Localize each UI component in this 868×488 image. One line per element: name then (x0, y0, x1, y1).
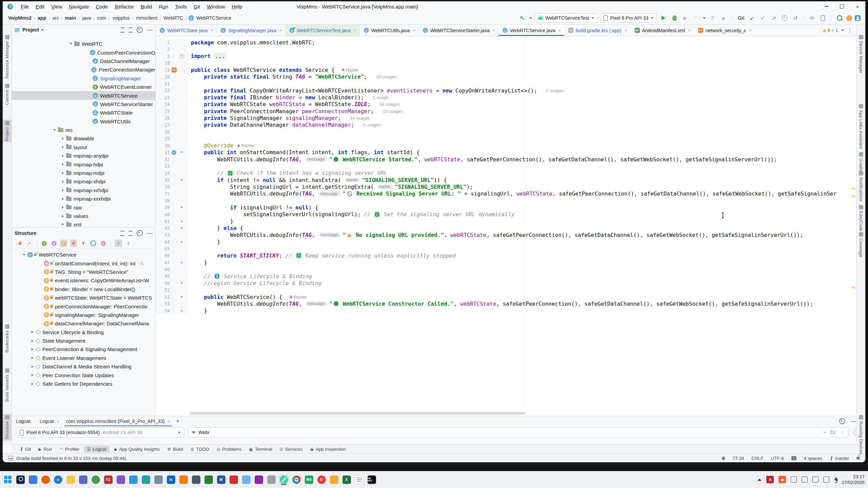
git-commit-icon[interactable]: ✓ (759, 14, 767, 22)
close-icon[interactable]: × (354, 28, 356, 33)
firefox-icon[interactable] (40, 474, 51, 485)
tray-chevron-up-icon[interactable] (757, 479, 762, 481)
fold-icon[interactable] (178, 262, 185, 263)
tree-item[interactable]: fdataChannelManager: DataChannelMana (12, 319, 155, 328)
hide-panel-icon[interactable]: — (147, 231, 153, 235)
app-icon[interactable] (329, 474, 339, 485)
tool-strip-bookmarks[interactable]: Bookmarks (3, 323, 12, 354)
rerun-dropdown-icon[interactable] (529, 17, 532, 19)
profiler-icon[interactable]: ◠ (692, 14, 700, 22)
show-fields-icon[interactable]: f (60, 240, 67, 247)
breadcrumb-item[interactable]: WebRTCService (196, 15, 232, 21)
tree-item[interactable]: cWebRTCUtils (12, 117, 155, 126)
logcat-device-select[interactable]: Pixel 8 Pro API 33 (emulator-5554) Andro… (16, 427, 184, 438)
update-available-icon[interactable]: ↑ (846, 15, 852, 21)
tree-item[interactable]: mipmap-xxxhdpi (12, 195, 155, 203)
close-icon[interactable]: × (558, 28, 561, 33)
close-icon[interactable]: × (57, 419, 59, 424)
amd-tray-icon[interactable]: A (766, 476, 774, 483)
tree-item[interactable]: mipmap-xxhdpi (12, 186, 155, 195)
app-icon[interactable] (91, 474, 101, 485)
fold-icon[interactable] (178, 241, 185, 243)
tool-strip-easycode[interactable]: EasyCode (856, 204, 865, 233)
tool-window-button-app-quality-insights[interactable]: ◆App Quality Insights (111, 446, 163, 453)
tree-item[interactable]: xml (12, 220, 155, 229)
show-inherited-icon[interactable]: I (40, 240, 48, 247)
tree-item[interactable]: cWebRTCService (12, 250, 155, 259)
tree-item[interactable]: fsignalingManager: SignalingManager (12, 311, 155, 319)
chevron-down-icon[interactable] (69, 43, 73, 45)
chevron-right-icon[interactable] (61, 215, 65, 218)
tool-window-button-services[interactable]: ⛁Services (277, 446, 306, 453)
fold-icon[interactable] (178, 227, 185, 229)
chevron-right-icon[interactable] (30, 383, 34, 385)
logcat-tab[interactable]: com.voipplus.mmsclient (Pixel_8_Pro_API_… (63, 416, 174, 426)
favorite-filter-icon[interactable]: ☆ (840, 429, 845, 435)
tree-item[interactable]: mipmap-xhdpi (12, 177, 155, 186)
mouse-tray-icon[interactable] (802, 476, 808, 483)
tree-item[interactable]: feventListeners: CopyOnWriteArrayList<W (12, 276, 155, 285)
breadcrumb-item[interactable]: voipplus (112, 15, 130, 21)
file-explorer-icon[interactable] (65, 474, 76, 485)
chevron-right-icon[interactable] (61, 172, 65, 175)
fold-icon[interactable] (178, 207, 185, 208)
group-methods-icon[interactable]: Y (80, 240, 87, 247)
chevron-right-icon[interactable] (61, 146, 65, 148)
tree-item[interactable]: raw (12, 203, 155, 211)
fold-icon[interactable] (178, 151, 185, 153)
tool-strip-app-links-assistant[interactable]: App Links Assistant (856, 103, 865, 150)
linkedin-icon[interactable]: in (166, 474, 176, 485)
encoding-indicator[interactable]: UTF-8 (771, 456, 784, 461)
device-select[interactable]: Pixel 8 Pro API 33 (600, 13, 657, 23)
menu-tools[interactable]: Tools (172, 3, 190, 11)
tool-window-button-todo[interactable]: ≣TODO (188, 446, 212, 453)
tab-androidmanifest-xml[interactable]: MFAndroidManifest.xml× (631, 25, 694, 36)
breadcrumb-item[interactable]: src (52, 15, 60, 21)
tab-signalingmanager-java[interactable]: cSignalingManager.java× (217, 25, 285, 36)
chevron-right-icon[interactable] (61, 206, 65, 209)
tool-window-button-build[interactable]: ⚒Build (164, 446, 186, 453)
app-icon[interactable] (254, 474, 264, 485)
profile-avatar[interactable] (855, 15, 861, 21)
service-gutter-icon[interactable]: <> (170, 67, 178, 73)
tree-item[interactable]: fwebRTCState: WebRTCState = WebRTCS (12, 293, 155, 302)
chevron-right-icon[interactable] (30, 348, 34, 351)
show-anonymous-icon[interactable] (90, 240, 97, 247)
close-icon[interactable]: × (749, 28, 752, 33)
fold-icon[interactable] (178, 310, 185, 311)
tab-webrtcservicetest-java[interactable]: cWebRTCServiceTest.java× (285, 25, 360, 36)
stop-button[interactable]: ■ (719, 14, 727, 22)
gradle-sync-icon[interactable]: ⟳ (808, 14, 816, 22)
network-tray-icon[interactable] (823, 476, 829, 483)
tool-strip-structure[interactable]: Structure (3, 414, 12, 441)
sort-alphabetically-icon[interactable]: ↓ᵃ (25, 240, 33, 247)
breadcrumb-item[interactable]: VoipMms2 (7, 15, 32, 21)
clear-filter-icon[interactable]: × (823, 430, 826, 435)
git-rollback-icon[interactable]: ↺ (791, 14, 800, 22)
tool-strip-running-devices[interactable]: Running Devices (856, 414, 865, 456)
tab-network-security-c[interactable]: <>network_security_c× (694, 25, 755, 36)
tree-item[interactable]: mipmap-hdpi (12, 160, 155, 168)
search-button[interactable] (15, 474, 25, 485)
show-properties-icon[interactable]: p (50, 240, 58, 247)
fold-icon[interactable] (178, 282, 185, 284)
tool-window-button-terminal[interactable]: ▣Terminal (246, 446, 275, 453)
new-logcat-tab-button[interactable]: + (176, 418, 179, 425)
opera-icon[interactable]: O (316, 474, 327, 485)
chevron-right-icon[interactable] (61, 189, 65, 191)
tree-item[interactable]: mipmap-mdpi (12, 169, 155, 177)
breadcrumb-item[interactable]: com (97, 15, 107, 21)
tree-item[interactable]: PeerConnection & Signaling Management (12, 345, 155, 353)
sort-by-visibility-icon[interactable]: ↓ (15, 240, 23, 247)
tree-item[interactable]: cPeerConnectionManager (12, 65, 155, 74)
app-icon[interactable] (116, 474, 126, 485)
start-button[interactable] (3, 474, 13, 485)
logcat-tab[interactable]: Logcat× (36, 416, 63, 426)
tool-strip-project[interactable]: Project (3, 120, 12, 142)
tree-item[interactable]: Service Lifecycle & Binding (12, 328, 155, 337)
tool-window-button-app-inspection[interactable]: ◉App Inspection (307, 446, 349, 453)
hidden-tabs-icon[interactable] (841, 29, 844, 31)
chevron-right-icon[interactable] (61, 198, 65, 200)
word-icon[interactable]: W (216, 474, 226, 485)
breadcrumb-item[interactable]: mmsclient (135, 15, 158, 21)
